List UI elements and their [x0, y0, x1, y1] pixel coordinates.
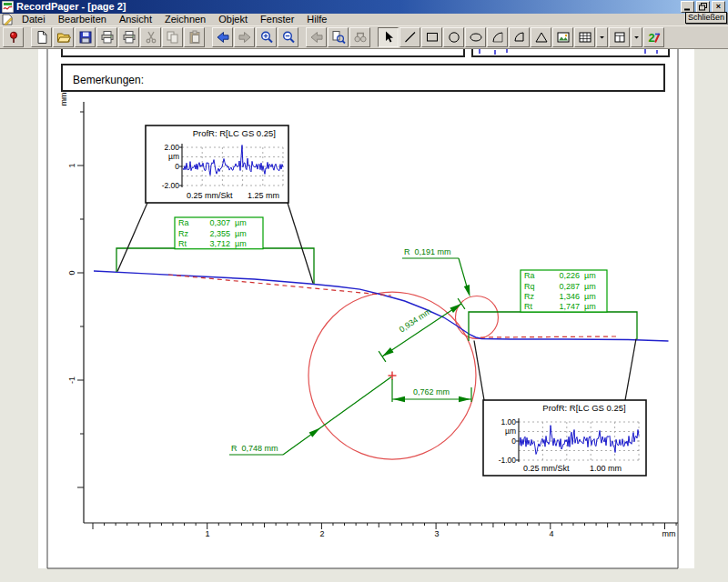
toolbar-zoom-in-button[interactable] [256, 27, 277, 47]
inset-x-scale: 0.25 mm/Skt [187, 191, 233, 200]
minimize-icon [683, 3, 692, 11]
toolbar-new-button[interactable] [31, 27, 52, 47]
toolbar-rectangle-button[interactable] [421, 27, 442, 47]
stat-unit: µm [235, 229, 247, 238]
menu-item-hilfe[interactable]: Hilfe [300, 14, 333, 25]
inset-y-min: -2.00 [162, 181, 180, 190]
stat-unit: µm [584, 282, 596, 291]
save-icon [78, 30, 93, 45]
image-icon [556, 30, 571, 45]
inset-length: 1.00 mm [590, 464, 622, 473]
toolbar-print-button[interactable] [96, 27, 117, 47]
x-tick-label: 3 [434, 529, 439, 538]
window-title: RecordPager - [page 2] [16, 0, 126, 14]
x-tick-label: 2 [319, 529, 324, 538]
y-tick-label: -1 [67, 376, 76, 384]
toolbar-zoom-page-button[interactable] [328, 27, 349, 47]
document-icon [2, 14, 14, 25]
document-canvas[interactable]: Bemerkungen:1234mm10-1mmProfR: R[LC GS 0… [0, 49, 728, 582]
stat-unit: µm [584, 292, 596, 301]
toolbar-separator [299, 27, 306, 47]
toolbar-pie-arc-button[interactable] [509, 27, 530, 47]
x-axis-unit: mm [662, 529, 676, 538]
menu-item-objekt[interactable]: Objekt [212, 14, 254, 25]
stat-value: 1,346 [559, 292, 580, 301]
toolbar-arc-button[interactable] [487, 27, 508, 47]
toolbar-cut-button[interactable] [140, 27, 161, 47]
paste-icon [187, 30, 202, 45]
profile-2-icon: 2 [647, 30, 662, 45]
toolbar-pointer-button[interactable] [378, 27, 399, 47]
stat-name: Ra [524, 271, 535, 280]
circle-icon [447, 30, 461, 45]
x-tick-label: 1 [205, 529, 209, 538]
printer-icon [100, 30, 115, 45]
menu-item-bearbeiten[interactable]: Bearbeiten [52, 14, 113, 25]
arc-icon [490, 30, 505, 45]
toolbar-image-button[interactable] [552, 27, 573, 47]
toolbar-separator [206, 27, 212, 47]
table-grid-icon [578, 30, 592, 45]
toolbar-triangle-button[interactable] [531, 27, 551, 47]
ellipse-icon [469, 30, 483, 45]
binoculars-icon [353, 30, 368, 45]
stat-value: 3,712 [209, 239, 230, 248]
inset-y-zero: 0 [175, 162, 179, 171]
menu-item-zeichnen[interactable]: Zeichnen [158, 14, 212, 25]
menu-item-datei[interactable]: Datei [15, 14, 52, 25]
y-axis-unit: mm [59, 93, 68, 106]
scissors-icon [144, 30, 158, 45]
toolbar-table-button[interactable] [574, 27, 595, 47]
inset-y-max: 1.00 [500, 417, 516, 426]
menu-item-ansicht[interactable]: Ansicht [113, 14, 158, 25]
toolbar-layout-button[interactable] [609, 27, 630, 47]
restore-icon [699, 3, 707, 11]
zoom-page-icon [331, 30, 346, 45]
toolbar-circle-button[interactable] [443, 27, 464, 47]
inset-y-max: 2.00 [164, 143, 179, 152]
dimension-width-label: 0,762 mm [413, 387, 450, 396]
toolbar-separator [25, 27, 31, 47]
toolbar-print-preview-button[interactable] [118, 27, 139, 47]
arrow-right-icon [238, 30, 252, 45]
toolbar-forward-button[interactable] [234, 27, 255, 47]
copy-icon [166, 30, 180, 45]
inset-x-scale: 0.25 mm/Skt [523, 464, 570, 473]
stat-unit: µm [584, 302, 596, 311]
toolbar-layout-dropdown-button[interactable] [631, 27, 642, 47]
toolbar-prev-page-button[interactable] [306, 27, 327, 47]
open-folder-icon [56, 30, 71, 45]
toolbar: 2 [0, 25, 728, 49]
toolbar-find-button[interactable] [349, 27, 370, 47]
rectangle-icon [425, 30, 440, 45]
arrow-left-gray-icon [309, 30, 324, 45]
dimension-large-radius-label: R 0,748 mm [231, 444, 278, 453]
toolbar-table-dropdown-button[interactable] [596, 27, 608, 47]
bemerkungen-box[interactable] [62, 65, 664, 91]
chevron-down-icon [632, 30, 642, 45]
toolbar-open-button[interactable] [53, 27, 74, 47]
stat-name: Rz [524, 292, 534, 301]
stat-name: Rt [178, 239, 187, 248]
top-box-left [62, 49, 464, 56]
stat-value: 0,226 [559, 271, 580, 280]
toolbar-ellipse-button[interactable] [465, 27, 486, 47]
menu-items: DateiBearbeitenAnsichtZeichnenObjektFens… [15, 14, 333, 25]
pointer-icon [381, 30, 396, 45]
pie-arc-icon [512, 30, 527, 45]
toolbar-profile-2-button[interactable]: 2 [643, 27, 664, 47]
toolbar-zoom-out-button[interactable] [278, 27, 298, 47]
menubar: DateiBearbeitenAnsichtZeichnenObjektFens… [0, 14, 728, 25]
app-icon [2, 1, 14, 13]
toolbar-paste-button[interactable] [184, 27, 205, 47]
toolbar-back-button[interactable] [212, 27, 233, 47]
inset-title: ProfR: R[LC GS 0.25] [542, 403, 625, 413]
stat-name: Rz [178, 229, 188, 238]
stat-unit: µm [235, 218, 247, 227]
y-tick-label: 0 [67, 270, 76, 275]
toolbar-line-button[interactable] [399, 27, 420, 47]
toolbar-pin-button[interactable] [3, 27, 24, 47]
toolbar-save-button[interactable] [75, 27, 96, 47]
toolbar-copy-button[interactable] [162, 27, 183, 47]
menu-item-fenster[interactable]: Fenster [254, 14, 300, 25]
